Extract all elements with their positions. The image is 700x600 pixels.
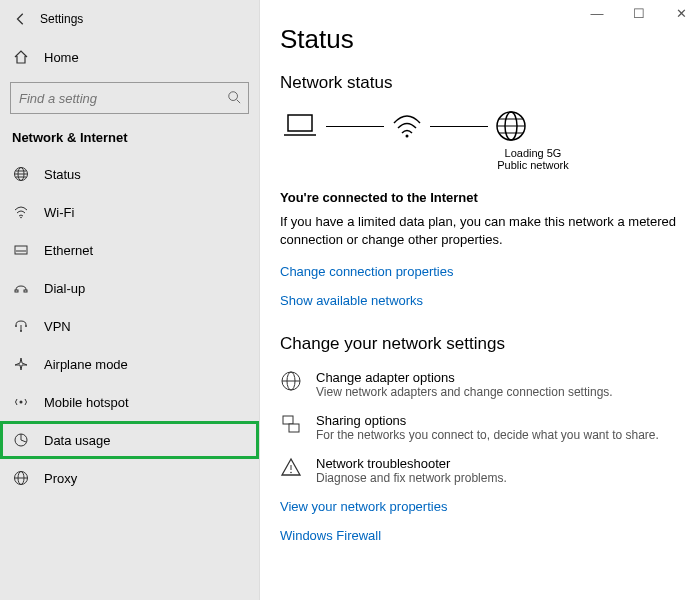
sidebar-item-label: Mobile hotspot [44, 395, 129, 410]
search-icon [227, 90, 241, 104]
option-troubleshoot[interactable]: Network troubleshooter Diagnose and fix … [280, 456, 680, 485]
svg-rect-20 [283, 416, 293, 424]
option-subtitle: View network adapters and change connect… [316, 385, 613, 399]
svg-point-8 [25, 325, 27, 327]
main-content: — ☐ ✕ Status Network status Loading 5G P… [260, 0, 700, 600]
vpn-icon [12, 317, 30, 335]
sidebar-item-label: Airplane mode [44, 357, 128, 372]
hotspot-icon [12, 393, 30, 411]
back-button[interactable] [10, 8, 32, 30]
change-settings-heading: Change your network settings [280, 334, 680, 354]
wifi-signal-icon [390, 111, 424, 141]
globe-icon [12, 165, 30, 183]
sidebar-item-hotspot[interactable]: Mobile hotspot [0, 383, 259, 421]
svg-point-15 [406, 135, 409, 138]
home-icon [12, 48, 30, 66]
nav: Status Wi-Fi Ethernet Dial-up VPN Airpla… [0, 155, 259, 497]
titlebar: Settings [0, 0, 259, 38]
sharing-icon [280, 413, 302, 435]
option-adapter[interactable]: Change adapter options View network adap… [280, 370, 680, 399]
sidebar-item-label: Ethernet [44, 243, 93, 258]
sidebar-item-airplane[interactable]: Airplane mode [0, 345, 259, 383]
svg-point-0 [229, 92, 238, 101]
svg-rect-5 [15, 290, 18, 292]
datausage-icon [12, 431, 30, 449]
svg-rect-6 [24, 290, 27, 292]
option-subtitle: For the networks you connect to, decide … [316, 428, 659, 442]
proxy-icon [12, 469, 30, 487]
option-sharing[interactable]: Sharing options For the networks you con… [280, 413, 680, 442]
dialup-icon [12, 279, 30, 297]
svg-point-22 [290, 471, 292, 473]
connector-line [326, 126, 384, 127]
network-label: Loading 5G Public network [386, 147, 680, 171]
option-title: Change adapter options [316, 370, 613, 385]
svg-point-9 [20, 330, 22, 332]
airplane-icon [12, 355, 30, 373]
network-diagram [280, 109, 680, 143]
sidebar-item-home[interactable]: Home [0, 38, 259, 76]
adapter-icon [280, 370, 302, 392]
sidebar-item-proxy[interactable]: Proxy [0, 459, 259, 497]
window-controls: — ☐ ✕ [584, 6, 694, 21]
network-type: Public network [386, 159, 680, 171]
sidebar-item-label: Status [44, 167, 81, 182]
link-firewall[interactable]: Windows Firewall [280, 528, 680, 543]
page-title: Status [280, 24, 680, 55]
sidebar-item-label: Dial-up [44, 281, 85, 296]
laptop-icon [280, 111, 320, 141]
sidebar-item-wifi[interactable]: Wi-Fi [0, 193, 259, 231]
sidebar: Settings Home Network & Internet Status … [0, 0, 260, 600]
warning-icon [280, 456, 302, 478]
svg-rect-14 [288, 115, 312, 131]
sidebar-item-dialup[interactable]: Dial-up [0, 269, 259, 307]
connector-line [430, 126, 488, 127]
sidebar-item-vpn[interactable]: VPN [0, 307, 259, 345]
option-subtitle: Diagnose and fix network problems. [316, 471, 507, 485]
sidebar-item-datausage[interactable]: Data usage [0, 421, 259, 459]
option-title: Network troubleshooter [316, 456, 507, 471]
section-title: Network & Internet [0, 116, 259, 155]
sidebar-item-label: Data usage [44, 433, 111, 448]
link-view-properties[interactable]: View your network properties [280, 499, 680, 514]
svg-point-10 [20, 401, 23, 404]
connected-title: You're connected to the Internet [280, 189, 680, 207]
app-title: Settings [40, 12, 83, 26]
maximize-button[interactable]: ☐ [626, 6, 652, 21]
ethernet-icon [12, 241, 30, 259]
svg-point-3 [20, 217, 22, 219]
sidebar-item-label: Proxy [44, 471, 77, 486]
minimize-button[interactable]: — [584, 6, 610, 21]
wifi-icon [12, 203, 30, 221]
sidebar-item-label: Home [44, 50, 79, 65]
close-button[interactable]: ✕ [668, 6, 694, 21]
svg-rect-21 [289, 424, 299, 432]
connected-body: If you have a limited data plan, you can… [280, 213, 680, 249]
option-title: Sharing options [316, 413, 659, 428]
search-input[interactable] [10, 82, 249, 114]
sidebar-item-status[interactable]: Status [0, 155, 259, 193]
svg-point-7 [15, 325, 17, 327]
network-name: Loading 5G [386, 147, 680, 159]
link-connection-properties[interactable]: Change connection properties [280, 264, 680, 279]
search-wrap [0, 76, 259, 116]
sidebar-item-label: VPN [44, 319, 71, 334]
sidebar-item-ethernet[interactable]: Ethernet [0, 231, 259, 269]
link-available-networks[interactable]: Show available networks [280, 293, 680, 308]
sidebar-item-label: Wi-Fi [44, 205, 74, 220]
page-subtitle: Network status [280, 73, 680, 93]
globe-large-icon [494, 109, 528, 143]
